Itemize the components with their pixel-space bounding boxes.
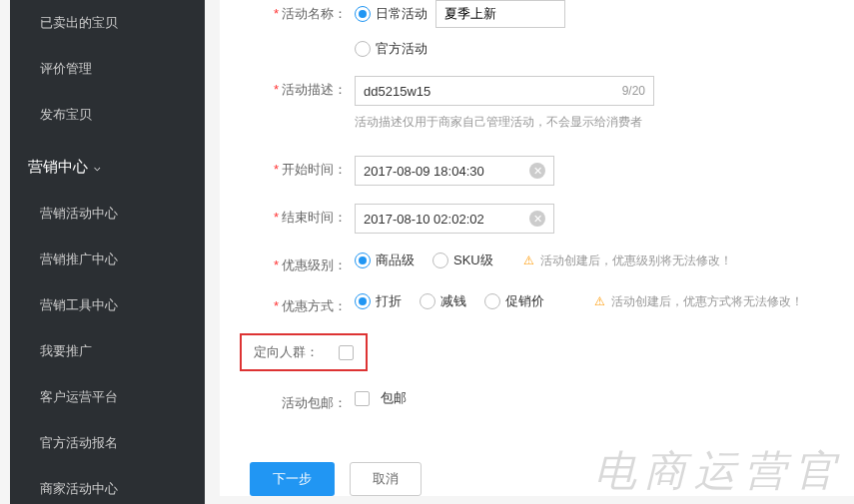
radio-icon	[355, 252, 371, 268]
chevron-down-icon: ⌵	[94, 161, 101, 174]
clear-icon[interactable]: ✕	[529, 163, 545, 179]
radio-official-activity[interactable]: 官方活动	[355, 40, 427, 58]
sidebar-item-activity-center[interactable]: 营销活动中心	[10, 191, 205, 237]
label-discount-level: *优惠级别：	[240, 252, 355, 274]
label-discount-type: *优惠方式：	[240, 292, 355, 315]
sidebar-item-merchant-activity[interactable]: 商家活动中心	[10, 466, 205, 504]
input-start-time[interactable]: 2017-08-09 18:04:30 ✕	[355, 156, 554, 186]
label-end-time: *结束时间：	[240, 204, 355, 227]
radio-icon	[420, 293, 435, 309]
radio-daily-activity[interactable]: 日常活动	[355, 5, 427, 23]
radio-icon	[355, 6, 371, 22]
warning-text: 活动创建后，优惠方式将无法修改！	[611, 293, 803, 310]
sidebar-item-sold[interactable]: 已卖出的宝贝	[10, 0, 205, 46]
radio-icon	[355, 41, 371, 57]
checkbox-target-group[interactable]	[339, 345, 354, 360]
checkbox-free-shipping[interactable]: 包邮	[355, 389, 834, 407]
radio-discount[interactable]: 打折	[355, 292, 402, 310]
radio-label: 商品级	[376, 252, 415, 269]
sidebar-header-marketing[interactable]: 营销中心 ⌵	[10, 144, 205, 191]
form-content: *活动名称： 日常活动 官方活动 *活动描述： dd5215w15	[220, 0, 854, 496]
label-free-shipping: 活动包邮：	[240, 389, 355, 412]
desc-counter: 9/20	[622, 84, 645, 98]
label-activity-desc: *活动描述：	[240, 76, 355, 99]
sidebar-item-tool-center[interactable]: 营销工具中心	[10, 282, 205, 328]
next-button[interactable]: 下一步	[250, 462, 335, 496]
sidebar-item-promo-center[interactable]: 营销推广中心	[10, 237, 205, 282]
label-start-time: *开始时间：	[240, 156, 355, 179]
input-end-time[interactable]: 2017-08-10 02:02:02 ✕	[355, 204, 554, 234]
label-activity-name: *活动名称：	[240, 0, 355, 23]
input-activity-name[interactable]	[435, 0, 565, 28]
button-row: 下一步 取消	[250, 462, 834, 496]
sidebar-header-label: 营销中心	[28, 158, 88, 177]
radio-label: 促销价	[505, 292, 544, 310]
sidebar-item-official-signup[interactable]: 官方活动报名	[10, 420, 205, 466]
warning-text: 活动创建后，优惠级别将无法修改！	[540, 252, 732, 269]
radio-icon	[355, 293, 371, 309]
checkbox-label: 包邮	[381, 389, 407, 407]
radio-product-level[interactable]: 商品级	[355, 252, 415, 269]
warning-icon: ⚠	[594, 294, 605, 308]
radio-reduce[interactable]: 减钱	[420, 292, 466, 310]
radio-label: SKU级	[453, 252, 493, 269]
radio-icon	[432, 252, 448, 268]
sidebar-item-i-promote[interactable]: 我要推广	[10, 328, 205, 374]
desc-hint: 活动描述仅用于商家自己管理活动，不会显示给消费者	[355, 114, 834, 131]
cancel-button[interactable]: 取消	[350, 462, 422, 496]
warning-icon: ⚠	[523, 253, 534, 267]
start-time-value: 2017-08-09 18:04:30	[364, 164, 484, 179]
radio-label: 打折	[376, 292, 402, 310]
highlight-target-group: 定向人群：	[240, 333, 368, 371]
radio-promo-price[interactable]: 促销价	[484, 292, 544, 310]
sidebar: 已卖出的宝贝 评价管理 发布宝贝 营销中心 ⌵ 营销活动中心 营销推广中心 营销…	[10, 0, 205, 504]
sidebar-group-2: 营销中心 ⌵ 营销活动中心 营销推广中心 营销工具中心 我要推广 客户运营平台 …	[10, 144, 205, 504]
desc-value: dd5215w15	[364, 84, 430, 99]
sidebar-item-publish[interactable]: 发布宝贝	[10, 92, 205, 138]
radio-icon	[484, 293, 500, 309]
radio-label: 日常活动	[376, 5, 427, 23]
sidebar-item-customer-ops[interactable]: 客户运营平台	[10, 374, 205, 420]
radio-label: 官方活动	[376, 40, 427, 58]
warning-discount-level: ⚠ 活动创建后，优惠级别将无法修改！	[523, 252, 732, 269]
label-target-group: 定向人群：	[254, 343, 327, 361]
radio-sku-level[interactable]: SKU级	[432, 252, 493, 269]
clear-icon[interactable]: ✕	[529, 211, 545, 227]
sidebar-item-reviews[interactable]: 评价管理	[10, 46, 205, 92]
sidebar-group-1: 已卖出的宝贝 评价管理 发布宝贝	[10, 0, 205, 138]
input-activity-desc[interactable]: dd5215w15 9/20	[355, 76, 654, 106]
radio-label: 减钱	[440, 292, 466, 310]
end-time-value: 2017-08-10 02:02:02	[364, 212, 484, 227]
checkbox-icon	[355, 391, 370, 406]
warning-discount-type: ⚠ 活动创建后，优惠方式将无法修改！	[594, 293, 803, 310]
